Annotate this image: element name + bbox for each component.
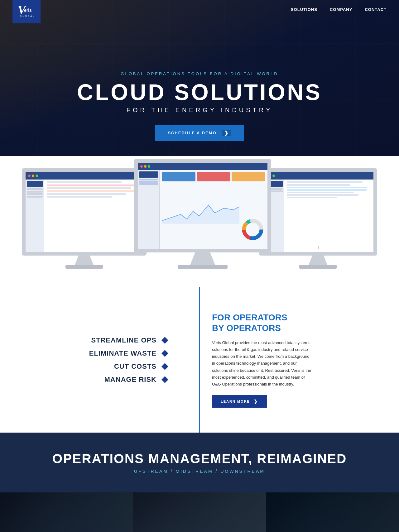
monitor-base-center xyxy=(178,265,228,269)
monitor-left xyxy=(22,168,147,269)
content-line-4 xyxy=(47,196,112,198)
sidebar-item-1 xyxy=(27,181,43,187)
ops-text-2: ELIMINATE WASTE xyxy=(89,349,156,357)
ops-text-4: MANAGE RISK xyxy=(104,376,156,384)
nav-company[interactable]: COMPANY xyxy=(330,7,352,12)
ops-item-2: ELIMINATE WASTE xyxy=(89,349,168,357)
sidebar-nav-2 xyxy=(139,181,158,183)
card-moc: MANAGEMENTOF CHANGE v MOC LEARN MORE ❯ xyxy=(0,492,133,532)
nav-links: SOLUTIONS COMPANY CONTACT xyxy=(291,7,387,12)
close-dot xyxy=(28,175,31,177)
r-line-h1 xyxy=(287,187,367,188)
monitor-right:  xyxy=(259,168,377,269)
logo-icon: V eris GLOBAL xyxy=(17,1,36,17)
screen-sidebar xyxy=(26,180,44,252)
cards-section: MANAGEMENTOF CHANGE v MOC LEARN MORE ❯ xyxy=(0,492,399,532)
r-line-4 xyxy=(287,194,358,196)
apple-logo-right:  xyxy=(317,245,319,251)
r-line-2 xyxy=(287,184,350,186)
screen-content-left xyxy=(44,180,143,252)
screen-inner-right:  xyxy=(262,172,373,252)
dark-section-subtitle: UPSTREAM / MIDSTREAM / DOWNSTREAM xyxy=(25,469,374,474)
stat-box-3 xyxy=(232,172,265,181)
logo[interactable]: V eris GLOBAL xyxy=(12,0,41,23)
moc-overlay xyxy=(0,492,133,532)
content-line-highlight-2 xyxy=(47,190,136,192)
ops-diamond-4 xyxy=(161,376,168,383)
r-line-5 xyxy=(287,197,337,198)
operators-section: STREAMLINE OPS ELIMINATE WASTE CUT COSTS… xyxy=(0,287,399,433)
stat-boxes xyxy=(160,170,267,183)
close-dot-c xyxy=(140,165,143,168)
sidebar-nav-3 xyxy=(139,183,158,185)
sidebar-header xyxy=(139,171,158,178)
donut-svg xyxy=(241,218,264,241)
stat-box-1 xyxy=(162,172,195,181)
learn-btn-label: LEARN MORE xyxy=(221,400,250,403)
r-line-3 xyxy=(287,192,354,193)
vertical-line xyxy=(199,287,200,433)
navbar: V eris GLOBAL SOLUTIONS COMPANY CONTACT xyxy=(0,0,399,19)
card-bg-cap xyxy=(266,492,399,532)
dark-section-title: OPERATIONS MANAGEMENT, REIMAGINED xyxy=(25,451,374,466)
schedule-demo-button[interactable]: SCHEDULE A DEMO ❯ xyxy=(155,125,243,141)
content-line-3 xyxy=(47,193,126,195)
cap-card-title: CONTRACTORASSESSMENTPROGRAM xyxy=(266,526,399,532)
sidebar-item-2 xyxy=(27,188,43,190)
dark-section: OPERATIONS MANAGEMENT, REIMAGINED UPSTRE… xyxy=(0,433,399,492)
card-cms: COMPLIANCEMANAGEMENTSYSTEM v CMS LEARN M… xyxy=(133,492,266,532)
nav-solutions[interactable]: SOLUTIONS xyxy=(291,7,317,12)
screen-inner-left xyxy=(26,172,143,252)
monitor-base-right xyxy=(299,265,337,269)
ops-left: STREAMLINE OPS ELIMINATE WASTE CUT COSTS… xyxy=(0,312,187,408)
svg-text:eris: eris xyxy=(24,8,32,13)
nav-contact[interactable]: CONTACT xyxy=(365,7,387,12)
ops-diamond-1 xyxy=(161,337,168,344)
ops-item-1: STREAMLINE OPS xyxy=(91,336,168,344)
monitor-center:  xyxy=(134,159,271,269)
learn-more-button[interactable]: LEARN MORE ❯ xyxy=(212,395,267,408)
monitor-base-left xyxy=(65,265,103,269)
monitor-stand-center xyxy=(190,252,215,265)
card-cap: CONTRACTORASSESSMENTPROGRAM v CAP LEARN … xyxy=(266,492,399,532)
monitors-container:  xyxy=(0,156,399,269)
ops-right: FOR OPERATORS BY OPERATORS Veris Global … xyxy=(187,312,399,408)
svg-text:GLOBAL: GLOBAL xyxy=(20,15,35,17)
sidebar-item-4 xyxy=(27,193,43,195)
ops-diamond-3 xyxy=(161,363,168,370)
ops-title-line2: BY OPERATORS xyxy=(212,323,281,333)
chart-svg xyxy=(162,199,239,224)
monitor-screen-right:  xyxy=(259,168,377,256)
sidebar-nav-1 xyxy=(139,179,158,180)
min-dot-c xyxy=(144,165,147,168)
hero-title2: FOR THE ENERGY INDUSTRY xyxy=(127,107,273,114)
screen-topbar-center xyxy=(138,163,267,170)
ops-item-3: CUT COSTS xyxy=(114,362,168,371)
r-line-h2 xyxy=(287,189,367,191)
ops-text-1: STREAMLINE OPS xyxy=(91,336,156,344)
screen-topbar-left xyxy=(26,172,143,180)
dashboard-area xyxy=(160,170,267,249)
r-line-1 xyxy=(287,181,363,183)
hero-subtitle: GLOBAL OPERATIONS TOOLS FOR A DIGITAL WO… xyxy=(121,71,278,76)
ops-body: Veris Global provides the most advanced … xyxy=(212,339,312,388)
screen-topbar-right xyxy=(262,172,373,180)
ops-title-line1: FOR OPERATORS xyxy=(212,313,287,322)
line-chart xyxy=(162,199,239,224)
cms-overlay xyxy=(133,492,266,532)
max-dot xyxy=(36,175,38,177)
svg-marker-3 xyxy=(162,205,239,224)
monitor-screen-left xyxy=(22,168,147,256)
max-dot-r xyxy=(272,175,275,177)
sidebar-item-5 xyxy=(27,196,43,198)
hero-title: CLOUD SOLUTIONS xyxy=(77,81,322,103)
ops-text-3: CUT COSTS xyxy=(114,362,156,371)
ops-item-4: MANAGE RISK xyxy=(104,376,168,384)
demo-btn-label: SCHEDULE A DEMO xyxy=(168,131,216,135)
cms-card-title: COMPLIANCEMANAGEMENTSYSTEM xyxy=(133,526,266,532)
screen-sidebar-center xyxy=(138,170,160,249)
card-bg-cms xyxy=(133,492,266,532)
card-bg-moc xyxy=(0,492,133,532)
monitor-screen-center:  xyxy=(134,159,271,252)
max-dot-c xyxy=(148,165,150,168)
